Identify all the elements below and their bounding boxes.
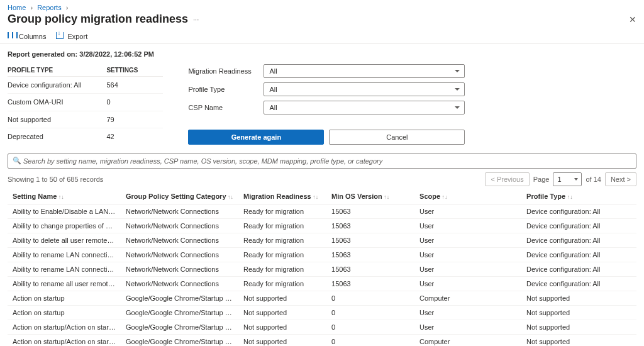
table-row[interactable]: Ability to change properties of an all u… — [8, 219, 636, 233]
col-setting-name[interactable]: Setting Name — [8, 189, 121, 204]
cell-scope: Computer — [414, 291, 521, 306]
page-select[interactable]: 1 — [553, 172, 582, 186]
cell-scope: User — [414, 320, 521, 335]
cell-os: 0 — [326, 306, 414, 320]
download-icon — [56, 32, 65, 41]
col-os[interactable]: Min OS Version — [326, 189, 414, 204]
filter-migration-readiness-select[interactable]: All — [264, 64, 465, 78]
table-row[interactable]: Ability to Enable/Disable a LAN connecti… — [8, 204, 636, 219]
cell-setting-name: Ability to delete all user remote access… — [8, 233, 121, 248]
columns-label: Columns — [19, 33, 46, 40]
page-current: 1 — [553, 172, 582, 186]
report-generated: Report generated on: 3/28/2022, 12:06:52… — [8, 50, 636, 58]
search-input[interactable] — [8, 153, 636, 169]
sort-icon — [226, 193, 234, 200]
breadcrumb-reports[interactable]: Reports — [37, 4, 62, 11]
cell-os: 0 — [326, 320, 414, 335]
cell-readiness: Not supported — [238, 291, 326, 306]
generate-again-button[interactable]: Generate again — [188, 130, 324, 145]
cell-setting-name: Ability to rename LAN connections — [8, 248, 121, 262]
table-row[interactable]: Action on startup/Action on startupGoogl… — [8, 320, 636, 335]
table-row[interactable]: Ability to rename LAN connectionsNetwork… — [8, 248, 636, 262]
cell-setting-name: Action on startup/Action on startup — [8, 320, 121, 335]
summary-row: Not supported79 — [8, 111, 163, 128]
cell-os: 15063 — [326, 219, 414, 233]
cell-readiness: Ready for migration — [238, 204, 326, 219]
filter-csp-name-value: All — [264, 101, 465, 114]
cell-category: Network/Network Connections — [121, 219, 238, 233]
summary-row-label: Device configuration: All — [8, 77, 106, 94]
summary-row: Custom OMA-URI0 — [8, 94, 163, 111]
cell-readiness: Not supported — [238, 306, 326, 320]
results-table: Setting Name Group Policy Setting Catego… — [8, 189, 636, 346]
table-row[interactable]: Ability to rename LAN connections or rem… — [8, 262, 636, 277]
cell-os: 15063 — [326, 204, 414, 219]
chevron-right-icon: › — [28, 4, 35, 11]
cell-category: Google/Google Chrome/Startup pages — [121, 291, 238, 306]
summary-row: Device configuration: All564 — [8, 77, 163, 94]
cell-category: Network/Network Connections — [121, 233, 238, 248]
summary-row-label: Custom OMA-URI — [8, 94, 106, 111]
summary-row-label: Deprecated — [8, 128, 106, 145]
next-button[interactable]: Next > — [605, 172, 636, 186]
cell-category: Network/Network Connections — [121, 262, 238, 277]
summary-header-profile-type: PROFILE TYPE — [8, 64, 106, 77]
table-row[interactable]: Action on startup/Action on startupGoogl… — [8, 335, 636, 347]
col-category[interactable]: Group Policy Setting Category — [121, 189, 238, 204]
cell-os: 0 — [326, 291, 414, 306]
export-button[interactable]: Export — [56, 32, 87, 41]
cell-profile: Not supported — [521, 306, 636, 320]
cell-profile: Not supported — [521, 291, 636, 306]
columns-icon — [8, 32, 16, 41]
sort-icon — [382, 193, 390, 200]
table-row[interactable]: Action on startupGoogle/Google Chrome/St… — [8, 306, 636, 320]
filter-csp-name-select[interactable]: All — [264, 101, 465, 114]
table-row[interactable]: Ability to rename all user remote access… — [8, 277, 636, 291]
breadcrumb-home[interactable]: Home — [8, 4, 26, 11]
cell-scope: User — [414, 262, 521, 277]
cell-profile: Not supported — [521, 335, 636, 347]
cell-category: Google/Google Chrome/Startup pages — [121, 306, 238, 320]
cell-readiness: Not supported — [238, 320, 326, 335]
sort-icon — [440, 193, 448, 200]
table-row[interactable]: Ability to delete all user remote access… — [8, 233, 636, 248]
record-count: Showing 1 to 50 of 685 records — [8, 176, 103, 183]
cell-setting-name: Action on startup — [8, 306, 121, 320]
search-icon: 🔍 — [13, 157, 21, 165]
cell-scope: User — [414, 233, 521, 248]
sort-icon — [57, 193, 64, 200]
page-total: of 14 — [586, 176, 601, 183]
summary-row-value: 0 — [106, 94, 163, 111]
cell-os: 15063 — [326, 277, 414, 291]
filters: Migration Readiness All Profile Type All… — [188, 64, 465, 145]
cell-readiness: Ready for migration — [238, 248, 326, 262]
col-profile[interactable]: Profile Type — [521, 189, 636, 204]
columns-button[interactable]: Columns — [8, 32, 46, 41]
table-row[interactable]: Action on startupGoogle/Google Chrome/St… — [8, 291, 636, 306]
col-scope[interactable]: Scope — [414, 189, 521, 204]
sort-icon — [311, 193, 319, 200]
filter-csp-name-label: CSP Name — [188, 104, 264, 111]
close-button[interactable]: ✕ — [629, 14, 636, 25]
page-title: Group policy migration readiness — [8, 13, 188, 26]
chevron-right-icon: › — [64, 4, 71, 11]
breadcrumb: Home › Reports › — [0, 0, 644, 11]
cell-category: Google/Google Chrome/Startup pages — [121, 335, 238, 347]
cell-scope: User — [414, 306, 521, 320]
report-generated-value: 3/28/2022, 12:06:52 PM — [79, 50, 154, 58]
cell-readiness: Not supported — [238, 335, 326, 347]
filter-profile-type-select[interactable]: All — [264, 82, 465, 96]
toolbar: Columns Export — [0, 30, 644, 44]
cell-readiness: Ready for migration — [238, 219, 326, 233]
export-label: Export — [67, 33, 87, 40]
cell-scope: User — [414, 248, 521, 262]
cell-category: Network/Network Connections — [121, 204, 238, 219]
cell-scope: User — [414, 277, 521, 291]
cell-profile: Device configuration: All — [521, 248, 636, 262]
more-icon[interactable]: ··· — [193, 16, 199, 23]
cancel-button[interactable]: Cancel — [329, 130, 465, 145]
previous-button[interactable]: < Previous — [485, 172, 529, 186]
cell-profile: Device configuration: All — [521, 233, 636, 248]
col-readiness[interactable]: Migration Readiness — [238, 189, 326, 204]
cell-os: 15063 — [326, 262, 414, 277]
